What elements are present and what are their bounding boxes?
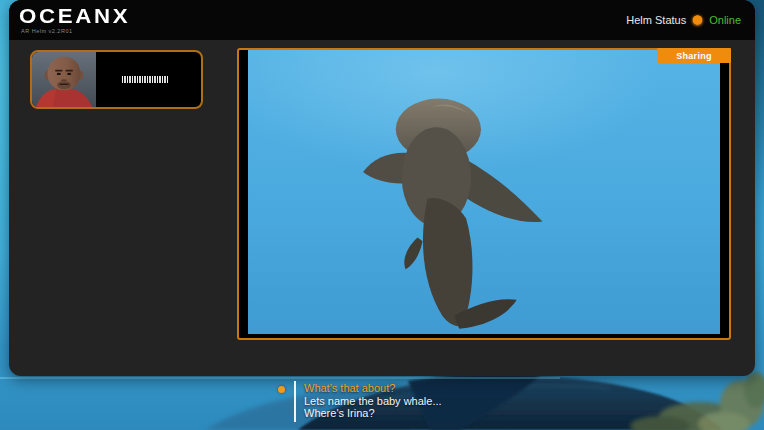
selected-option-bullet-icon <box>278 386 285 393</box>
caller-video-tile <box>30 50 203 109</box>
helm-status-label: Helm Status <box>626 14 686 26</box>
helm-panel: OCEANX AR Helm v2.2R01 Helm Status Onlin… <box>9 0 755 376</box>
helm-status-value: Online <box>709 14 741 26</box>
shared-whale-video <box>248 50 720 334</box>
dialogue-option-2[interactable]: Lets name the baby whale... <box>304 395 442 408</box>
top-bar: OCEANX AR Helm v2.2R01 Helm Status Onlin… <box>9 0 755 40</box>
caller-name-barcode <box>122 76 168 83</box>
water-light-line <box>0 377 560 379</box>
game-screen: OCEANX AR Helm v2.2R01 Helm Status Onlin… <box>0 0 764 430</box>
helm-version-label: AR Helm v2.2R01 <box>21 28 73 34</box>
dialogue-option-1[interactable]: What's that about? <box>304 382 442 395</box>
dialogue-option-list: What's that about? Lets name the baby wh… <box>294 381 442 422</box>
shared-video-frame: Sharing <box>237 48 731 340</box>
whales-illustration <box>248 50 720 334</box>
dialogue-option-3[interactable]: Where's Irina? <box>304 407 442 420</box>
helm-status: Helm Status Online <box>626 0 741 40</box>
oceanx-logo: OCEANX <box>19 4 130 28</box>
helm-status-dot-icon <box>692 15 703 26</box>
caller-portrait <box>32 52 96 107</box>
dialogue-choices: What's that about? Lets name the baby wh… <box>278 381 442 422</box>
sharing-badge: Sharing <box>657 48 731 63</box>
